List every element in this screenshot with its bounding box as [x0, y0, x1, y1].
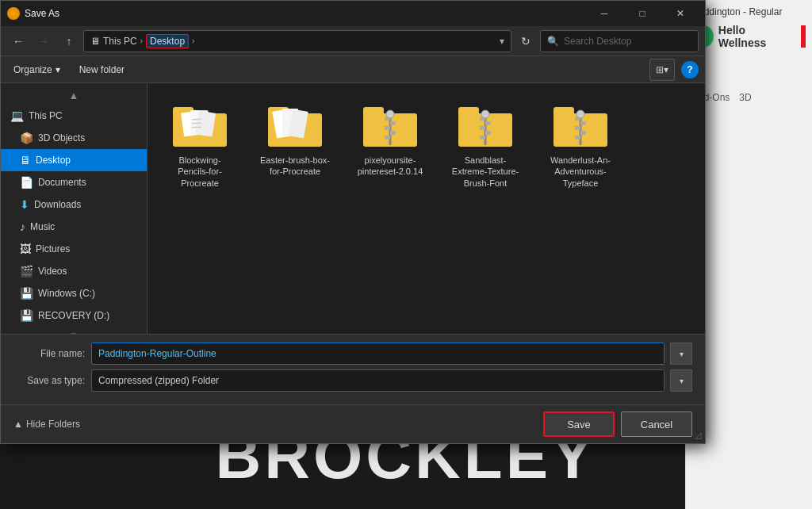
sidebar-item-this-pc[interactable]: 💻 This PC [1, 105, 147, 127]
sidebar-scroll-up[interactable]: ▲ [1, 86, 147, 105]
svg-rect-19 [390, 131, 396, 135]
sidebar-label-3d: 3D Objects [38, 132, 85, 144]
folder-icon-pixelyoursite [362, 102, 419, 150]
sidebar-item-3d-objects[interactable]: 📦 3D Objects [1, 127, 147, 149]
refresh-button[interactable]: ↻ [515, 30, 537, 52]
sidebar-item-desktop[interactable]: 🖥 Desktop [1, 149, 147, 171]
svg-point-21 [386, 110, 394, 118]
sidebar-label-pictures: Pictures [36, 243, 70, 254]
up-button[interactable]: ↑ [58, 30, 80, 52]
sidebar-label-recovery-d: RECOVERY (D:) [38, 310, 109, 321]
save-button[interactable]: Save [543, 411, 615, 437]
svg-rect-36 [575, 126, 580, 130]
sidebar-item-windows-c[interactable]: 💾 Windows (C:) [1, 282, 147, 304]
view-button[interactable]: ⊞▾ [649, 59, 675, 81]
cancel-button[interactable]: Cancel [621, 411, 692, 437]
svg-rect-35 [580, 121, 586, 125]
dialog-title: Save As [25, 8, 586, 19]
svg-rect-26 [485, 121, 491, 125]
resize-handle[interactable]: ⊿ [692, 431, 705, 443]
sidebar-item-videos[interactable]: 🎬 Videos [1, 260, 147, 282]
filetype-select[interactable]: Compressed (zipped) Folder [91, 369, 665, 392]
new-folder-button[interactable]: New folder [73, 61, 131, 78]
right-panel-title: Paddington - Regular [692, 6, 806, 17]
help-button[interactable]: ? [681, 61, 699, 78]
filetype-dropdown[interactable]: ▾ [670, 369, 692, 392]
windows-c-icon: 💾 [20, 287, 33, 300]
sidebar-label-windows-c: Windows (C:) [38, 288, 95, 299]
3d-objects-icon: 📦 [20, 132, 33, 144]
recovery-d-icon: 💾 [20, 309, 33, 322]
minimize-button[interactable]: ─ [586, 1, 622, 26]
forward-button[interactable]: → [33, 30, 55, 52]
filename-dropdown[interactable]: ▾ [670, 343, 692, 365]
sidebar-label-desktop: Desktop [36, 155, 71, 166]
music-icon: ♪ [20, 220, 25, 233]
svg-point-30 [481, 110, 489, 118]
title-bar: Save As ─ □ ✕ [1, 1, 705, 26]
this-pc-icon: 💻 [10, 109, 24, 122]
folder-icon-wanderlust [552, 102, 609, 150]
sidebar-item-recovery-d[interactable]: 💾 RECOVERY (D:) [1, 304, 147, 327]
folder-svg-sandblast [457, 102, 514, 150]
sidebar-item-downloads[interactable]: ⬇ Downloads [1, 193, 147, 216]
red-bar [801, 25, 806, 48]
new-folder-label: New folder [79, 64, 124, 75]
sidebar-label-videos: Videos [38, 266, 67, 277]
filename-label: File name: [13, 348, 85, 359]
file-label-blockwing: Blockwing-Pencils-for-Procreate [163, 155, 236, 189]
search-bar: 🔍 [540, 30, 699, 52]
sidebar-label-music: Music [30, 221, 55, 232]
close-button[interactable]: ✕ [662, 1, 699, 26]
breadcrumb-sep1: › [140, 36, 143, 45]
sidebar-item-pictures[interactable]: 🖼 Pictures [1, 238, 147, 260]
videos-icon: 🎬 [20, 265, 33, 277]
hide-folders-label: Hide Folders [26, 419, 80, 430]
sidebar-item-music[interactable]: ♪ Music [1, 216, 147, 238]
breadcrumb-sep2: › [192, 36, 194, 45]
organize-button[interactable]: Organize ▾ [7, 61, 67, 78]
sidebar: ▲ 💻 This PC 📦 3D Objects 🖥 Desktop 📄 Doc… [1, 83, 147, 334]
file-item-pixelyoursite[interactable]: pixelyoursite-pintereset-2.0.14 [350, 96, 430, 195]
search-input[interactable] [564, 36, 691, 47]
file-item-easter[interactable]: Easter-brush-box-for-Procreate [255, 96, 335, 195]
back-button[interactable]: ← [7, 30, 29, 52]
svg-point-39 [576, 110, 584, 118]
filetype-label: Save as type: [13, 375, 85, 386]
svg-rect-38 [575, 136, 580, 140]
folder-svg-easter [266, 102, 324, 150]
svg-rect-17 [390, 121, 396, 125]
breadcrumb-dropdown[interactable]: ▾ [500, 36, 504, 47]
filename-input[interactable] [91, 343, 665, 365]
window-controls: ─ □ ✕ [586, 1, 699, 26]
app-icon [7, 7, 20, 20]
maximize-button[interactable]: □ [624, 1, 661, 26]
file-area: Blockwing-Pencils-for-Procreate Easter-b… [147, 83, 705, 334]
svg-rect-18 [385, 126, 390, 130]
downloads-icon: ⬇ [20, 198, 29, 211]
file-name-form: File name: ▾ Save as type: Compressed (z… [1, 334, 705, 404]
desktop-icon: 🖥 [20, 154, 31, 166]
folder-icon-easter [266, 102, 324, 150]
breadcrumb-desktop[interactable]: Desktop [146, 34, 189, 48]
file-item-blockwing[interactable]: Blockwing-Pencils-for-Procreate [160, 96, 239, 195]
search-icon: 🔍 [547, 36, 559, 47]
hide-folders-button[interactable]: ▲ Hide Folders [13, 419, 80, 430]
svg-line-6 [192, 123, 201, 124]
sidebar-item-documents[interactable]: 📄 Documents [1, 171, 147, 193]
svg-line-7 [192, 127, 201, 128]
file-item-wanderlust[interactable]: Wanderlust-An-Adventurous-Typeface [541, 96, 620, 195]
dialog-footer: ▲ Hide Folders Save Cancel [1, 404, 705, 443]
folder-svg-pixelyoursite [362, 102, 419, 150]
hello-wellness-label: Hello Wellness [718, 24, 793, 49]
sidebar-scroll-down[interactable]: ▼ [1, 327, 147, 334]
file-label-pixelyoursite: pixelyoursite-pintereset-2.0.14 [354, 155, 427, 178]
filename-row: File name: ▾ [13, 343, 692, 365]
sidebar-label-documents: Documents [38, 177, 86, 188]
organize-label: Organize [13, 64, 52, 75]
svg-rect-37 [580, 131, 586, 135]
svg-rect-28 [485, 131, 491, 135]
breadcrumb[interactable]: 🖥 This PC › Desktop › ▾ [83, 30, 511, 52]
sidebar-label-downloads: Downloads [34, 199, 81, 210]
file-item-sandblast[interactable]: Sandblast-Extreme-Texture-Brush-Font [446, 96, 525, 195]
